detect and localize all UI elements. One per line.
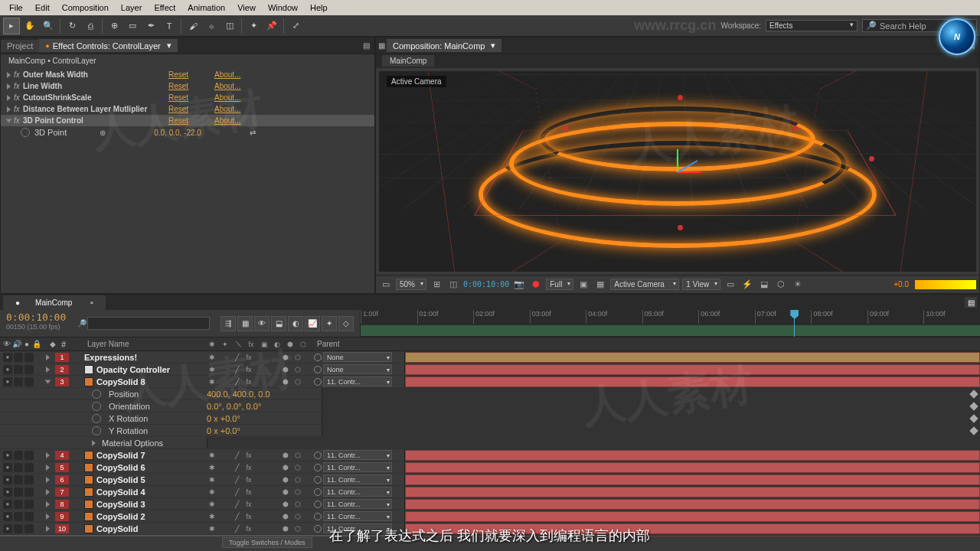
pixel-aspect-icon[interactable]: ▭ xyxy=(724,278,737,292)
layer-row[interactable]: ● 5 CopySolid 6 ✱╱fx⬢⬡ 11. Contr... xyxy=(0,461,980,474)
workspace-dropdown[interactable]: Effects xyxy=(766,20,858,31)
stopwatch-icon[interactable] xyxy=(92,402,101,411)
about-link[interactable]: About... xyxy=(214,105,240,113)
expand-toggle[interactable] xyxy=(46,501,50,507)
motion-blur-button[interactable]: ◐ xyxy=(288,316,303,331)
menu-edit[interactable]: Edit xyxy=(29,2,56,14)
selection-tool[interactable]: ▸ xyxy=(3,18,20,34)
layer-label[interactable]: 4 xyxy=(55,451,69,460)
menu-help[interactable]: Help xyxy=(304,2,334,14)
roi-icon[interactable]: ▣ xyxy=(577,278,590,292)
shape-tool[interactable]: ▭ xyxy=(124,18,141,34)
layer-label[interactable]: 8 xyxy=(55,500,69,509)
time-ruler-area[interactable]: 1:00f01:00f02:00f03:00f04:00f05:00f06:00… xyxy=(360,310,980,337)
keyframe-icon[interactable] xyxy=(969,426,978,435)
visibility-toggle[interactable]: ● xyxy=(3,451,12,460)
pickwhip-icon[interactable] xyxy=(314,513,322,520)
layer-track[interactable] xyxy=(404,461,980,473)
property-value[interactable]: 0.0°, 0.0°, 0.0° xyxy=(207,402,322,411)
magnification-icon[interactable]: ▭ xyxy=(379,278,393,292)
effect-controls-tab[interactable]: ● Effect Controls: ControlLayer ▾ xyxy=(39,39,177,52)
expand-toggle[interactable] xyxy=(46,514,50,520)
expand-toggle[interactable] xyxy=(46,489,50,495)
hand-tool[interactable]: ✋ xyxy=(21,18,38,34)
frame-blend-button[interactable]: ⬓ xyxy=(271,316,286,331)
draft-3d-button[interactable]: ▦ xyxy=(237,316,253,331)
about-link[interactable]: About... xyxy=(214,93,240,102)
layer-row[interactable]: ● 1 Expressions! ✱╱fx⬢⬡ None xyxy=(0,351,980,364)
layer-row[interactable]: ● 3 CopySolid 8 ✱╱fx⬢⬡ 11. Contr... xyxy=(0,376,980,388)
visibility-toggle[interactable]: ● xyxy=(3,500,12,509)
playhead[interactable] xyxy=(794,310,795,337)
layer-label[interactable]: 1 xyxy=(55,353,69,362)
parent-dropdown[interactable]: 11. Contr... xyxy=(323,462,392,472)
layer-name[interactable]: Opacity Controller xyxy=(84,365,207,374)
fast-preview-icon[interactable]: ⚡ xyxy=(740,278,754,292)
layer-row[interactable]: ● 9 CopySolid 2 ✱╱fx⬢⬡ 11. Contr... xyxy=(0,510,980,523)
layer-color-swatch[interactable] xyxy=(84,487,93,497)
parent-header[interactable]: Parent xyxy=(314,340,404,348)
layer-name[interactable]: ControlLayer xyxy=(84,536,207,537)
layer-bar[interactable] xyxy=(405,450,980,461)
pickwhip-icon[interactable] xyxy=(314,476,322,484)
reset-link[interactable]: Reset xyxy=(168,93,214,102)
timeline-tab[interactable]: ●MainComp× xyxy=(3,295,106,310)
parent-dropdown[interactable]: 11. Contr... xyxy=(323,450,392,460)
effect-row[interactable]: fxOuter Mask WidthResetAbout... xyxy=(1,69,374,80)
layer-name[interactable]: CopySolid 5 xyxy=(84,475,207,484)
visibility-toggle[interactable]: ● xyxy=(3,353,12,362)
layer-bar[interactable] xyxy=(405,487,980,497)
layer-color-swatch[interactable] xyxy=(84,365,93,374)
expand-toggle[interactable] xyxy=(46,526,50,532)
pickwhip-icon[interactable] xyxy=(314,525,322,533)
property-value[interactable]: 0 x +0.0° xyxy=(207,414,322,423)
menu-composition[interactable]: Composition xyxy=(56,2,115,14)
panel-menu-icon[interactable]: ▤ xyxy=(965,297,977,308)
layer-row[interactable]: ● 8 CopySolid 3 ✱╱fx⬢⬡ 11. Contr... xyxy=(0,498,980,510)
channel-icon[interactable]: ⬢ xyxy=(529,278,543,292)
layer-bar[interactable] xyxy=(405,462,980,473)
composition-tab[interactable]: Composition: MainComp▾ xyxy=(387,39,501,52)
stopwatch-icon[interactable] xyxy=(92,414,101,423)
solo-col-icon[interactable]: ● xyxy=(23,339,31,350)
visibility-toggle[interactable]: ● xyxy=(3,512,12,521)
layer-label[interactable]: 6 xyxy=(55,475,69,484)
panel-menu-icon[interactable]: ▤ xyxy=(361,41,371,51)
effect-row[interactable]: fxDistance Between Layer MutliplierReset… xyxy=(1,103,374,115)
video-col-icon[interactable]: 👁 xyxy=(3,339,11,350)
menu-file[interactable]: File xyxy=(3,2,29,14)
expand-toggle[interactable] xyxy=(46,354,50,360)
menu-layer[interactable]: Layer xyxy=(115,2,149,14)
layer-color-swatch[interactable] xyxy=(84,512,93,521)
brush-tool[interactable]: 🖌 xyxy=(185,18,201,34)
comp-mini-flowchart[interactable]: ⇶ xyxy=(220,316,236,331)
menu-window[interactable]: Window xyxy=(262,2,304,14)
property-row[interactable]: Position400.0, 400.0, 0.0 xyxy=(0,388,980,400)
layer-row[interactable]: ● 6 CopySolid 5 ✱╱fx⬢⬡ 11. Contr... xyxy=(0,474,980,486)
layer-track[interactable] xyxy=(404,498,980,510)
pickwhip-icon[interactable] xyxy=(314,366,322,373)
pickwhip-icon[interactable] xyxy=(314,378,322,386)
composition-viewer[interactable]: Active Camera xyxy=(379,71,976,272)
lock-col-icon[interactable]: 🔒 xyxy=(32,339,41,350)
timeline-icon[interactable]: ⬓ xyxy=(757,278,771,292)
parent-dropdown[interactable]: 11. Contr... xyxy=(323,377,392,386)
layer-track[interactable] xyxy=(404,376,980,387)
transparency-icon[interactable]: ▦ xyxy=(593,278,607,292)
layer-label[interactable]: 5 xyxy=(55,463,69,472)
layer-name-header[interactable]: Layer Name xyxy=(84,340,207,348)
resolution-dropdown[interactable]: Full xyxy=(546,279,573,290)
stopwatch-icon[interactable] xyxy=(92,426,101,435)
visibility-toggle[interactable]: ● xyxy=(3,487,12,497)
exposure-value[interactable]: +0.0 xyxy=(893,280,909,289)
comp-sub-tab[interactable]: MainComp xyxy=(382,55,434,67)
layer-color-swatch[interactable] xyxy=(84,500,93,509)
clone-tool[interactable]: ⟐ xyxy=(203,18,220,34)
effect-row[interactable]: fxCutoutShrinkScaleResetAbout... xyxy=(1,92,374,103)
layer-row[interactable]: ● 4 CopySolid 7 ✱╱fx⬢⬡ 11. Contr... xyxy=(0,449,980,461)
pickwhip-icon[interactable] xyxy=(314,452,322,459)
about-link[interactable]: About... xyxy=(214,70,240,79)
layer-color-swatch[interactable] xyxy=(84,377,93,386)
crosshair-icon[interactable]: ⊕ xyxy=(97,127,108,138)
about-link[interactable]: About... xyxy=(214,82,240,90)
